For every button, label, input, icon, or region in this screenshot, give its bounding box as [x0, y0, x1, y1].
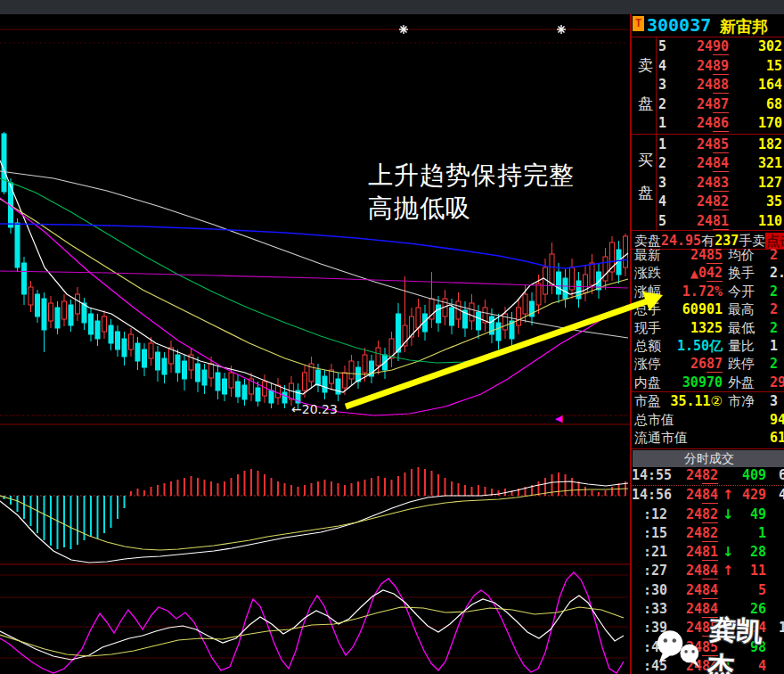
stats-row[interactable]: 现手1325最低2 — [632, 319, 784, 337]
price-value: 2488 — [697, 77, 729, 94]
stats-row[interactable]: 内盘30970外盘29 — [632, 374, 784, 391]
ask-queue: 52490302424891532488164224876812486170 — [632, 37, 784, 134]
stat-value: 60901 — [658, 300, 723, 318]
kdj-d-line — [0, 607, 624, 656]
tape-row[interactable]: 14:562484↑4294 — [632, 486, 784, 505]
stats-row[interactable]: 涨幅1.72%今开2 — [632, 283, 784, 300]
price-cell: 2481 — [697, 212, 729, 232]
price-value: 2484 — [697, 155, 729, 172]
tape-row[interactable]: :212481↓28 — [632, 543, 784, 562]
bid-row[interactable]: 4248235 — [632, 193, 784, 212]
stat-label: 均价 — [728, 246, 755, 264]
stats-row[interactable]: 涨停2687跌停2 — [632, 355, 784, 373]
price-cell: 2488 — [697, 76, 729, 95]
stats-row[interactable]: 市盈35.11②市净3 — [632, 392, 784, 410]
chart-annotation: 上升趋势保持完整 高抛低吸 — [368, 159, 575, 225]
level-number: 2 — [658, 154, 666, 174]
stats-row[interactable]: 总市值94.1 — [632, 411, 784, 429]
watermark: 龚凯杰 — [656, 613, 784, 674]
up-arrow-icon: ↑ — [723, 486, 734, 505]
stock-name[interactable]: 新宙邦 — [720, 16, 768, 37]
annotation-line2: 高抛低吸 — [368, 192, 575, 225]
stat-value: 2 — [770, 355, 778, 373]
level-number: 2 — [658, 95, 666, 115]
stock-code[interactable]: 300037 — [647, 14, 711, 36]
price-value: 2481 — [697, 213, 729, 230]
up-triangle-icon: ▲ — [690, 267, 698, 280]
price-value: 2687 — [690, 356, 723, 373]
stat-value: 3 — [770, 392, 778, 410]
ask-row[interactable]: 32488164 — [632, 76, 784, 95]
volume-cell: 15 — [766, 57, 782, 77]
tape-row[interactable]: 14:5524824096 — [632, 466, 784, 486]
tape-volume: 409 — [742, 466, 766, 485]
level-number: 3 — [658, 76, 666, 95]
stat-label: 最新 — [634, 246, 661, 264]
stats-row[interactable]: 涨跌▲042换手2.4 — [632, 264, 784, 282]
stat-label: 总市值 — [634, 411, 674, 429]
volume-cell: 68 — [766, 95, 782, 115]
stat-value: 1.72% — [658, 283, 723, 300]
down-arrow-icon: ↓ — [723, 506, 734, 524]
tape-row[interactable]: :3024845 — [632, 581, 784, 600]
ma_magenta_flat — [0, 271, 628, 288]
price-value: 2490 — [697, 38, 729, 55]
price-cell: 2490 — [697, 37, 729, 57]
stats-row[interactable]: 流通市值61.8 — [632, 429, 784, 447]
stat-value: ▲042 — [658, 264, 723, 283]
price-value: 2482 — [686, 506, 718, 523]
level-number: 1 — [658, 136, 666, 155]
stat-value: 94.1 — [770, 411, 784, 429]
ask-row[interactable]: 4248915 — [632, 57, 784, 77]
window-top-bar — [0, 0, 784, 14]
price-value: 2486 — [697, 115, 729, 132]
price-cell: 2489 — [697, 57, 729, 77]
volume-cell: 127 — [758, 174, 782, 193]
bid-row[interactable]: 12485182 — [632, 136, 784, 155]
up-arrow-icon: ↑ — [723, 562, 734, 580]
stat-value: 29 — [770, 374, 784, 391]
macd-dea-line — [0, 489, 628, 550]
tape-time: :27 — [632, 562, 667, 580]
stat-label: 量比 — [728, 337, 755, 355]
bid-row[interactable]: 22484321 — [632, 154, 784, 174]
watermark-text: 龚凯杰 — [706, 612, 784, 674]
ask-row[interactable]: 2248768 — [632, 95, 784, 115]
stats-row[interactable]: 最新2485均价2 — [632, 246, 784, 264]
stat-label: 涨跌 — [634, 264, 661, 282]
tape-row[interactable]: :122482↓49 — [632, 506, 784, 524]
level-number: 5 — [658, 212, 666, 232]
price-cell: 2487 — [697, 95, 729, 115]
tape-time: 14:56 — [632, 486, 667, 505]
magenta-triangle-marker: ◀ — [555, 413, 562, 424]
quote-panel: T 300037 新宙邦 卖盘 买盘 524903024248915324881… — [630, 14, 784, 674]
tape-row[interactable]: :272484↑11 — [632, 562, 784, 580]
stat-value: 30970 — [658, 374, 723, 391]
price-value: 2485 — [690, 247, 723, 264]
tape-row[interactable]: :1524821 — [632, 524, 784, 543]
tape-extra: 6 — [779, 466, 784, 485]
stat-label: 市盈 — [634, 392, 661, 410]
price-cell: 2486 — [697, 114, 729, 134]
tape-price: 2482 — [686, 524, 718, 543]
price-value: 2484 — [686, 487, 718, 504]
tape-header[interactable]: 分时成交 — [633, 450, 784, 467]
kline-chart[interactable] — [0, 0, 630, 674]
bid-row[interactable]: 32483127 — [632, 174, 784, 193]
stat-label: 流通市值 — [634, 429, 688, 447]
ask-row[interactable]: 12486170 — [632, 114, 784, 134]
level-number: 4 — [658, 57, 666, 77]
stat-label: 市净 — [728, 392, 755, 410]
bid-row[interactable]: 52481110 — [632, 212, 784, 232]
stats-row[interactable]: 总手60901最高2 — [632, 300, 784, 318]
stat-value: 61.8 — [770, 429, 784, 447]
ask-row[interactable]: 52490302 — [632, 37, 784, 57]
tape-price: 2484 — [686, 486, 718, 505]
stats-row[interactable]: 总额1.50亿量比1 — [632, 337, 784, 355]
tape-price: 2482 — [686, 466, 718, 485]
tape-extra: 4 — [779, 486, 784, 505]
annotation-line1: 上升趋势保持完整 — [368, 159, 575, 192]
volume-cell: 182 — [758, 136, 782, 155]
tape-volume: 11 — [750, 562, 766, 580]
tape-volume: 49 — [750, 506, 766, 524]
